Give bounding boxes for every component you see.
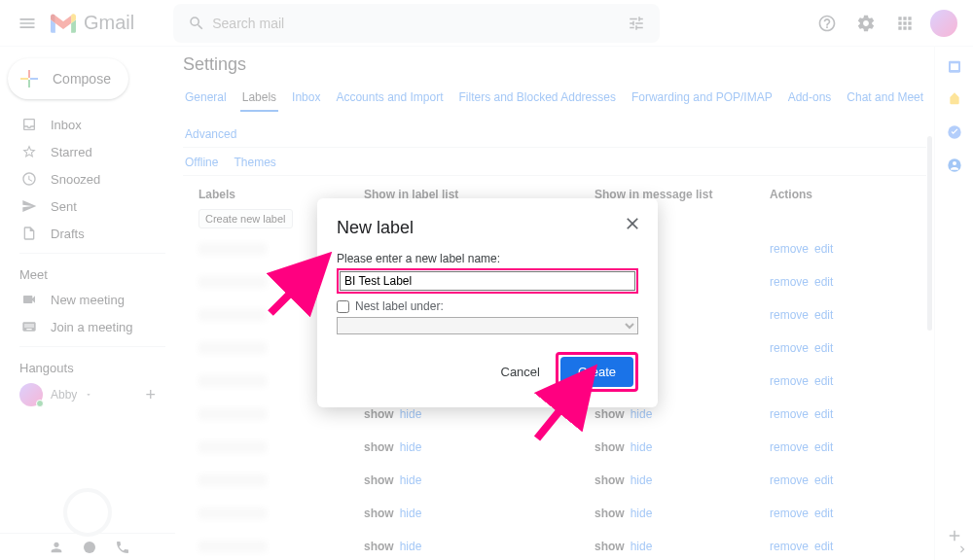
nest-parent-select[interactable] bbox=[337, 317, 638, 334]
modal-overlay: New label Please enter a new label name:… bbox=[0, 0, 973, 560]
label-name-input[interactable] bbox=[340, 271, 635, 291]
close-button[interactable] bbox=[623, 214, 642, 233]
dialog-buttons: Cancel Create bbox=[337, 352, 638, 392]
nest-checkbox[interactable] bbox=[337, 300, 349, 313]
input-prompt: Please enter a new label name: bbox=[337, 252, 638, 265]
create-button[interactable]: Create bbox=[560, 357, 633, 387]
annotation-highlight-create: Create bbox=[556, 352, 638, 392]
dialog-title: New label bbox=[337, 218, 638, 238]
nest-checkbox-row: Nest label under: bbox=[337, 299, 638, 313]
nest-label-text: Nest label under: bbox=[355, 299, 444, 313]
cancel-button[interactable]: Cancel bbox=[493, 359, 548, 385]
new-label-dialog: New label Please enter a new label name:… bbox=[317, 198, 658, 407]
annotation-highlight-input bbox=[337, 268, 638, 294]
